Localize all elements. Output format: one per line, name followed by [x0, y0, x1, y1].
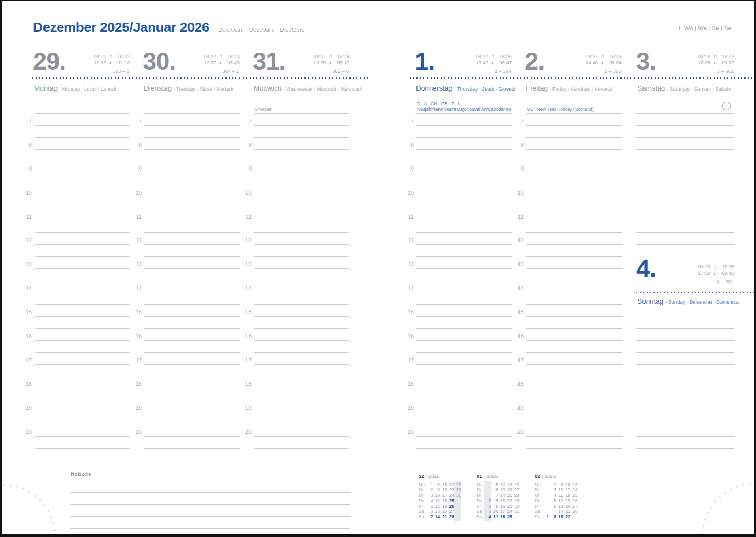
mini-calendar-day: 11	[556, 493, 563, 498]
mini-calendar-row: Sa6132027	[419, 509, 467, 514]
mini-calendar-day: 10	[433, 493, 441, 498]
hour-label: 14	[25, 285, 32, 292]
ruled-line	[35, 388, 130, 388]
week-label: 1. Wo | We | Se | Se	[678, 25, 731, 31]
hour-label: 12	[134, 237, 142, 243]
ruled-line	[636, 149, 734, 150]
ruled-line	[416, 268, 512, 269]
day-name-german: Mittwoch	[254, 84, 281, 92]
ruled-line	[636, 173, 734, 173]
sun-icon: ☼	[710, 263, 720, 270]
day-name-german: Samstag	[637, 84, 665, 92]
notes-ruled-line	[70, 528, 350, 529]
hour-label: 7	[134, 118, 142, 124]
weekday-abbreviation: Di	[535, 487, 539, 493]
day-name-translations: · Thursday · Jeudi · Giovedì	[454, 86, 516, 92]
moon-phase-icon: ◐	[216, 60, 225, 66]
ruled-line	[636, 460, 734, 460]
hour-label: 19	[25, 405, 32, 411]
day-name-translations: · Wednesday · Mercredi · Mercoledì	[283, 86, 362, 92]
ruled-line	[35, 161, 130, 161]
ruled-line	[416, 388, 512, 388]
hour-label: 7	[407, 118, 414, 124]
mini-calendar-day: 7	[426, 514, 433, 519]
weekly-planner-spread: Dezember 2025/Januar 2026 Dec./Jan. · Dé…	[0, 0, 756, 537]
mini-calendar-title: 01|2026	[477, 473, 498, 479]
hour-label: 7	[244, 118, 252, 124]
mini-calendar-day: 30	[454, 487, 461, 493]
day-of-year-count: 4 – 361	[696, 278, 734, 285]
mini-calendar-row: So181522	[535, 514, 583, 519]
mini-calendar-day: 8	[549, 514, 557, 519]
sunrise-time: 08:26	[696, 264, 710, 270]
moonrise-moonset-row: 14:48◐08:04	[584, 60, 622, 66]
hour-label: 9	[25, 165, 32, 172]
ruled-line	[636, 161, 734, 161]
mini-calendar-title: 02|2026	[535, 473, 556, 479]
mini-calendar-day: 12	[498, 482, 505, 487]
mini-calendar-day: 2	[549, 482, 557, 487]
ruled-line	[254, 448, 349, 449]
holiday-note: Silvester	[255, 107, 272, 113]
sun-moon-times: 08:27☼16:2513:47◐06:471 – 364	[474, 53, 512, 74]
ruled-line	[254, 197, 349, 197]
ruled-line	[416, 460, 512, 460]
mini-calendar-day: 17	[563, 487, 571, 493]
day-name: Samstag· Saturday · Samedi · Sabato	[637, 83, 731, 93]
sunset-time: 16:28	[720, 264, 734, 270]
mini-calendar-day: 3	[549, 487, 557, 493]
mini-calendar-day: 4	[484, 514, 491, 519]
hour-label: 8	[25, 142, 32, 148]
ruled-line	[254, 424, 349, 424]
weekday-abbreviation: Do	[535, 498, 540, 504]
hour-label: 18	[407, 381, 414, 387]
ruled-line	[254, 232, 349, 233]
mini-calendar-day: 7	[491, 493, 499, 498]
weekday-abbreviation: Mo	[419, 482, 425, 487]
weekday-abbreviation: Di	[477, 487, 481, 493]
ruled-line	[144, 221, 240, 221]
hour-label: 10	[516, 189, 524, 196]
day-name: Donnerstag· Thursday · Jeudi · Giovedì	[416, 83, 515, 93]
mini-month-calendar: 02|2026Mo291623Di3101724Mi4111825Do51219…	[535, 473, 583, 523]
ruled-line	[526, 161, 622, 161]
day-of-year-count: 3 – 362	[696, 68, 734, 74]
mini-calendar-row: Di29162330	[419, 487, 467, 493]
moonrise-moonset-row: 12:37◐03:45	[202, 60, 240, 66]
mini-calendar-day: 16	[563, 482, 571, 487]
moon-phase-icon: ◐	[326, 60, 335, 66]
ruled-line	[526, 281, 622, 281]
ruled-line	[254, 268, 349, 269]
ruled-line	[416, 412, 512, 412]
hour-label: 11	[407, 214, 414, 220]
weekday-abbreviation: Fr	[477, 504, 481, 509]
mini-calendar-day: 8	[433, 482, 441, 487]
hour-label: 12	[516, 237, 524, 243]
mini-calendar-row: Mi4111825	[535, 493, 583, 498]
hour-label: 16	[244, 333, 252, 339]
ruled-line	[35, 460, 130, 460]
hour-label: 19	[244, 405, 252, 411]
sun-moon-times: 08:27☼16:2212:17◐02:16363 – 2	[92, 53, 130, 74]
ruled-line	[254, 340, 349, 341]
moonset-time: 08:04	[607, 60, 622, 65]
mini-calendar-day: 14	[433, 514, 441, 519]
mini-calendar-day: 6	[426, 509, 433, 514]
mini-calendar-day: 1	[484, 498, 491, 504]
ruled-line	[144, 256, 240, 257]
weekday-abbreviation: Do	[419, 498, 424, 504]
ruled-line	[144, 173, 240, 173]
mini-calendar-day: 22	[563, 514, 571, 519]
hour-label: 9	[407, 165, 414, 172]
ruled-line	[416, 328, 512, 329]
day-of-year-count: 365 – 0	[312, 68, 349, 74]
ruled-line	[35, 412, 130, 412]
holiday-note: Neujahr/New Year's Day/Nouvel An/Capodan…	[417, 107, 511, 113]
mini-calendar-day: 18	[563, 493, 571, 498]
ruled-line	[526, 256, 622, 257]
mini-calendar-day: 16	[498, 504, 505, 509]
mini-calendar-day: 20	[440, 509, 447, 514]
hour-label: 20	[407, 429, 414, 435]
ruled-line	[416, 281, 512, 281]
hour-label: 18	[244, 381, 252, 387]
